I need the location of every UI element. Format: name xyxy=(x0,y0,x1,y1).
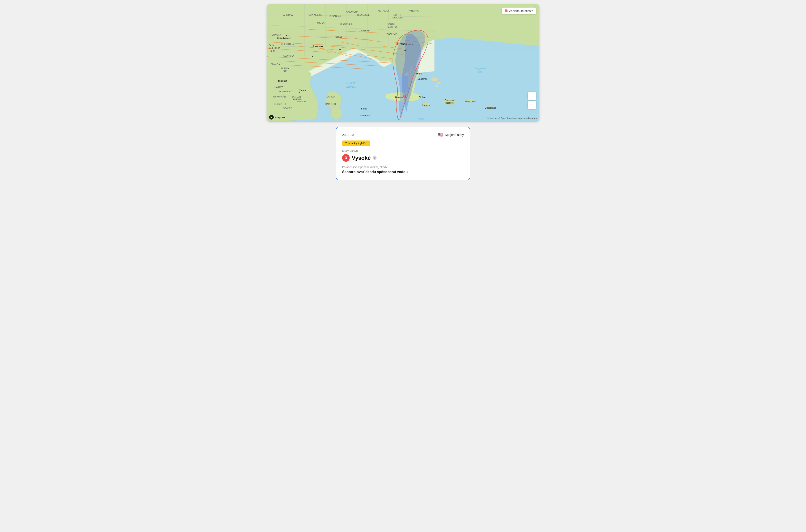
zoom-controls: + − xyxy=(528,92,536,109)
svg-text:NORTH: NORTH xyxy=(393,14,401,16)
category-badge: Tropický cyklón xyxy=(342,140,370,146)
svg-text:Gulf of: Gulf of xyxy=(346,81,356,84)
svg-text:CHIHUAHUA: CHIHUAHUA xyxy=(281,43,294,45)
svg-point-35 xyxy=(340,49,341,50)
svg-point-2 xyxy=(437,81,441,84)
svg-text:Puerto Rico: Puerto Rico xyxy=(465,100,476,103)
svg-text:COAHUILA: COAHUILA xyxy=(283,55,294,57)
svg-text:VIRGINIA: VIRGINIA xyxy=(409,10,419,12)
country-name: Spojené štáty xyxy=(445,133,464,136)
improve-map-link[interactable]: Improve this map xyxy=(518,117,537,119)
svg-text:Belize: Belize xyxy=(361,107,367,110)
card-header: 2022-10 🇺🇸 Spojené štáty xyxy=(342,132,464,137)
svg-point-36 xyxy=(312,56,313,57)
svg-text:NUEVO: NUEVO xyxy=(281,67,289,70)
svg-point-1 xyxy=(431,78,438,81)
svg-text:Miami: Miami xyxy=(416,72,422,75)
country-flag: 🇺🇸 xyxy=(438,132,443,137)
svg-text:SUR: SUR xyxy=(270,50,275,53)
svg-text:LEΌN: LEΌN xyxy=(282,70,287,72)
main-container: ARIZONA NEW MEXICO OKLAHOMA KENTUCKY VIR… xyxy=(262,0,544,185)
map-container: ARIZONA NEW MEXICO OKLAHOMA KENTUCKY VIR… xyxy=(267,4,539,121)
advice-label: Poradenstvo v prípade možnej škody xyxy=(342,166,464,169)
svg-text:VERACRUZ: VERACRUZ xyxy=(297,100,309,103)
legend-color-dot xyxy=(505,10,508,12)
svg-text:SINALOA: SINALOA xyxy=(271,63,280,65)
svg-text:GUERRERO: GUERRERO xyxy=(274,103,286,105)
svg-text:TENNESSEE: TENNESSEE xyxy=(357,14,370,16)
card-country: 🇺🇸 Spojené štáty xyxy=(438,132,464,137)
svg-text:GEORGIA: GEORGIA xyxy=(387,33,397,35)
attribution-text: © Mapbox © OpenStreetMap xyxy=(487,117,517,119)
svg-text:SONORA: SONORA xyxy=(272,34,281,36)
zoom-in-button[interactable]: + xyxy=(528,92,536,100)
svg-text:NAYARIT: NAYARIT xyxy=(274,86,283,89)
svg-text:OAXACA: OAXACA xyxy=(283,107,292,109)
info-card: 2022-10 🇺🇸 Spojené štáty Tropický cyklón… xyxy=(336,127,470,180)
mapbox-icon: M xyxy=(269,115,274,119)
svg-text:Mexico: Mexico xyxy=(346,85,356,88)
svg-text:Cuba: Cuba xyxy=(419,96,426,99)
mapbox-logo: M mapbox xyxy=(269,115,286,119)
score-circle: 3 xyxy=(342,154,350,162)
svg-text:CALIFORNIA: CALIFORNIA xyxy=(268,47,280,49)
svg-text:NEW MEXICO: NEW MEXICO xyxy=(309,14,323,16)
svg-text:Carib...: Carib... xyxy=(418,117,426,120)
svg-text:Guatemala: Guatemala xyxy=(359,114,370,117)
svg-text:Dallas: Dallas xyxy=(335,36,342,38)
svg-text:Mexico: Mexico xyxy=(278,79,287,82)
svg-text:SAN LUIS: SAN LUIS xyxy=(292,96,301,98)
svg-point-37 xyxy=(404,50,406,51)
advice-text: Skontrolovať škodu spôsobenú vodou xyxy=(342,170,464,174)
svg-text:KENTUCKY: KENTUCKY xyxy=(378,10,389,12)
map-legend: Zasiahnuté miesto xyxy=(502,7,536,14)
svg-text:Sargasso: Sargasso xyxy=(474,67,486,70)
svg-text:Ciudad Juárez: Ciudad Juárez xyxy=(277,37,291,39)
svg-text:BAJA: BAJA xyxy=(269,44,274,46)
svg-text:Houston: Houston xyxy=(312,45,323,48)
score-info-icon[interactable]: ? xyxy=(373,156,377,160)
svg-text:TEXAS: TEXAS xyxy=(317,22,325,24)
svg-text:MISSISSIPPI: MISSISSIPPI xyxy=(340,23,352,25)
legend-label: Zasiahnuté miesto xyxy=(509,9,533,13)
svg-text:Jacksonville: Jacksonville xyxy=(401,43,413,45)
score-text: Vysoké xyxy=(352,155,371,161)
score-row: 3 Vysoké ? xyxy=(342,154,464,162)
svg-text:Bahamas: Bahamas xyxy=(418,78,427,80)
svg-text:ARKANSAS: ARKANSAS xyxy=(330,15,341,17)
zoom-out-button[interactable]: − xyxy=(528,101,536,109)
svg-text:CAROLINA: CAROLINA xyxy=(392,17,403,19)
svg-text:OKLAHOMA: OKLAHOMA xyxy=(346,11,358,13)
svg-text:YUCATÁN: YUCATÁN xyxy=(325,95,335,98)
svg-text:LOUISIANA: LOUISIANA xyxy=(359,30,370,32)
svg-text:CAROLINA: CAROLINA xyxy=(387,26,397,28)
svg-text:Republic: Republic xyxy=(445,102,454,104)
svg-point-94 xyxy=(299,92,300,93)
svg-text:SOUTH: SOUTH xyxy=(387,23,395,25)
svg-text:CAMPECHE: CAMPECHE xyxy=(325,103,337,105)
card-date: 2022-10 xyxy=(342,133,354,136)
svg-point-92 xyxy=(286,35,287,36)
svg-text:Sea: Sea xyxy=(477,70,482,73)
mapbox-label: mapbox xyxy=(275,116,286,119)
svg-text:Xalapa: Xalapa xyxy=(299,89,307,92)
score-label: Skóre vplyvu xyxy=(342,149,464,152)
map-attribution: © Mapbox © OpenStreetMap Improve this ma… xyxy=(487,117,537,119)
svg-point-3 xyxy=(435,85,438,87)
svg-text:ARIZONA: ARIZONA xyxy=(283,14,293,16)
svg-text:Guadeloupe: Guadeloupe xyxy=(485,107,496,109)
svg-text:Dominican: Dominican xyxy=(444,99,454,101)
svg-text:Havana: Havana xyxy=(395,96,403,98)
svg-text:Jamaica: Jamaica xyxy=(422,104,431,106)
svg-text:MICHOACÁN: MICHOACÁN xyxy=(273,95,286,98)
svg-text:GUANAJUATO: GUANAJUATO xyxy=(279,90,293,93)
map-svg: ARIZONA NEW MEXICO OKLAHOMA KENTUCKY VIR… xyxy=(267,4,539,121)
